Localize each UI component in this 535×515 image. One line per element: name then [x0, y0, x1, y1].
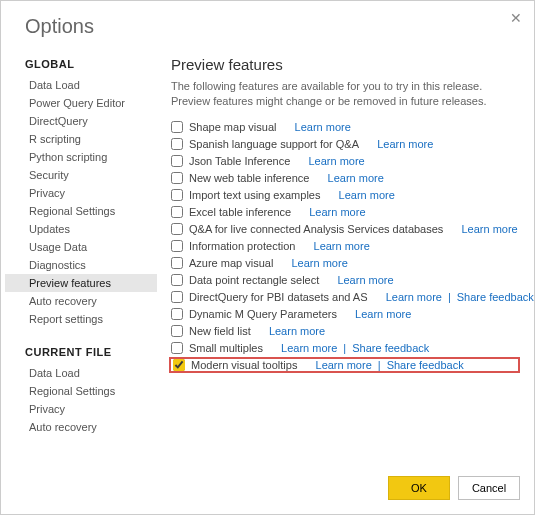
- feature-label: Information protection: [189, 240, 295, 252]
- learn-more-link[interactable]: Learn more: [337, 274, 393, 286]
- learn-more-link[interactable]: Learn more: [316, 359, 372, 371]
- feature-row: Json Table Inference Learn more: [171, 153, 518, 170]
- sidebar-item[interactable]: Diagnostics: [5, 256, 157, 274]
- feature-label: Q&A for live connected Analysis Services…: [189, 223, 443, 235]
- learn-more-link[interactable]: Learn more: [281, 342, 337, 354]
- feature-label: DirectQuery for PBI datasets and AS: [189, 291, 368, 303]
- link-separator: |: [448, 291, 451, 303]
- share-feedback-link[interactable]: Share feedback: [352, 342, 429, 354]
- feature-checkbox[interactable]: [171, 155, 183, 167]
- sidebar-section-header: GLOBAL: [5, 54, 157, 76]
- sidebar-item[interactable]: Privacy: [5, 184, 157, 202]
- learn-more-link[interactable]: Learn more: [308, 155, 364, 167]
- dialog-body: GLOBALData LoadPower Query EditorDirectQ…: [1, 46, 534, 466]
- feature-checkbox[interactable]: [171, 121, 183, 133]
- feature-label: Azure map visual: [189, 257, 273, 269]
- feature-checkbox[interactable]: [171, 189, 183, 201]
- sidebar-item[interactable]: Updates: [5, 220, 157, 238]
- sidebar-item[interactable]: Data Load: [5, 76, 157, 94]
- learn-more-link[interactable]: Learn more: [339, 189, 395, 201]
- link-separator: |: [343, 342, 346, 354]
- feature-label: Data point rectangle select: [189, 274, 319, 286]
- sidebar-item[interactable]: Usage Data: [5, 238, 157, 256]
- dialog-title: Options: [1, 1, 534, 46]
- feature-row: Q&A for live connected Analysis Services…: [171, 221, 518, 238]
- sidebar-item[interactable]: Power Query Editor: [5, 94, 157, 112]
- feature-checkbox[interactable]: [171, 223, 183, 235]
- feature-label: Dynamic M Query Parameters: [189, 308, 337, 320]
- learn-more-link[interactable]: Learn more: [314, 240, 370, 252]
- feature-label: Json Table Inference: [189, 155, 290, 167]
- feature-checkbox[interactable]: [171, 342, 183, 354]
- sidebar-item[interactable]: Auto recovery: [5, 418, 157, 436]
- sidebar-item[interactable]: Regional Settings: [5, 382, 157, 400]
- feature-checkbox[interactable]: [171, 240, 183, 252]
- feature-label: Spanish language support for Q&A: [189, 138, 359, 150]
- feature-checkbox[interactable]: [171, 325, 183, 337]
- feature-label: New web table inference: [189, 172, 309, 184]
- feature-row: Modern visual tooltips Learn more | Shar…: [169, 357, 520, 373]
- feature-checkbox[interactable]: [171, 274, 183, 286]
- learn-more-link[interactable]: Learn more: [386, 291, 442, 303]
- feature-row: Information protection Learn more: [171, 238, 518, 255]
- sidebar: GLOBALData LoadPower Query EditorDirectQ…: [5, 46, 157, 466]
- feature-checkbox[interactable]: [171, 291, 183, 303]
- link-separator: |: [378, 359, 381, 371]
- content-desc: The following features are available for…: [171, 79, 518, 109]
- feature-list: Shape map visual Learn moreSpanish langu…: [171, 119, 518, 373]
- options-dialog: Options ✕ GLOBALData LoadPower Query Edi…: [0, 0, 535, 515]
- content-heading: Preview features: [171, 56, 518, 73]
- feature-checkbox[interactable]: [171, 138, 183, 150]
- feature-row: Shape map visual Learn more: [171, 119, 518, 136]
- feature-checkbox[interactable]: [171, 172, 183, 184]
- sidebar-section-header: CURRENT FILE: [5, 342, 157, 364]
- feature-row: DirectQuery for PBI datasets and AS Lear…: [171, 289, 518, 306]
- feature-row: Data point rectangle select Learn more: [171, 272, 518, 289]
- ok-button[interactable]: OK: [388, 476, 450, 500]
- title-bar: Options ✕: [1, 1, 534, 46]
- feature-label: Excel table inference: [189, 206, 291, 218]
- learn-more-link[interactable]: Learn more: [295, 121, 351, 133]
- learn-more-link[interactable]: Learn more: [292, 257, 348, 269]
- feature-label: New field list: [189, 325, 251, 337]
- learn-more-link[interactable]: Learn more: [309, 206, 365, 218]
- feature-checkbox[interactable]: [171, 308, 183, 320]
- feature-label: Modern visual tooltips: [191, 359, 297, 371]
- close-icon[interactable]: ✕: [510, 11, 522, 25]
- feature-label: Import text using examples: [189, 189, 320, 201]
- feature-row: Small multiples Learn more | Share feedb…: [171, 340, 518, 357]
- content-pane: Preview features The following features …: [157, 46, 534, 466]
- sidebar-item[interactable]: Data Load: [5, 364, 157, 382]
- feature-row: Excel table inference Learn more: [171, 204, 518, 221]
- learn-more-link[interactable]: Learn more: [377, 138, 433, 150]
- feature-checkbox[interactable]: [173, 359, 185, 371]
- sidebar-item[interactable]: Privacy: [5, 400, 157, 418]
- sidebar-item[interactable]: Regional Settings: [5, 202, 157, 220]
- feature-checkbox[interactable]: [171, 206, 183, 218]
- sidebar-item[interactable]: Security: [5, 166, 157, 184]
- feature-row: New web table inference Learn more: [171, 170, 518, 187]
- feature-label: Small multiples: [189, 342, 263, 354]
- feature-row: Spanish language support for Q&A Learn m…: [171, 136, 518, 153]
- feature-row: New field list Learn more: [171, 323, 518, 340]
- learn-more-link[interactable]: Learn more: [269, 325, 325, 337]
- dialog-footer: OK Cancel: [1, 466, 534, 514]
- sidebar-item[interactable]: Auto recovery: [5, 292, 157, 310]
- feature-row: Dynamic M Query Parameters Learn more: [171, 306, 518, 323]
- share-feedback-link[interactable]: Share feedback: [457, 291, 534, 303]
- sidebar-item[interactable]: Preview features: [5, 274, 157, 292]
- cancel-button[interactable]: Cancel: [458, 476, 520, 500]
- feature-label: Shape map visual: [189, 121, 276, 133]
- sidebar-item[interactable]: DirectQuery: [5, 112, 157, 130]
- share-feedback-link[interactable]: Share feedback: [387, 359, 464, 371]
- learn-more-link[interactable]: Learn more: [461, 223, 517, 235]
- feature-checkbox[interactable]: [171, 257, 183, 269]
- sidebar-item[interactable]: Python scripting: [5, 148, 157, 166]
- feature-row: Import text using examples Learn more: [171, 187, 518, 204]
- feature-row: Azure map visual Learn more: [171, 255, 518, 272]
- learn-more-link[interactable]: Learn more: [355, 308, 411, 320]
- sidebar-item[interactable]: R scripting: [5, 130, 157, 148]
- learn-more-link[interactable]: Learn more: [328, 172, 384, 184]
- sidebar-item[interactable]: Report settings: [5, 310, 157, 328]
